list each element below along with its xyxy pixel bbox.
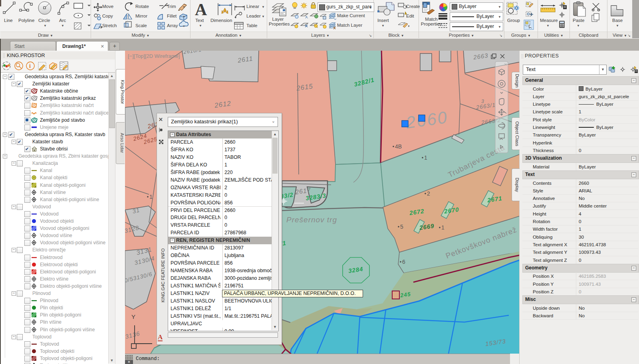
svg-text:Prešernov trg: Prešernov trg [286, 216, 337, 224]
svg-text:Y: Y [131, 313, 135, 320]
svg-text:5: 5 [400, 224, 403, 230]
svg-text:1: 1 [424, 154, 427, 161]
svg-text:4B: 4B [395, 143, 402, 150]
svg-text:2: 2 [427, 190, 430, 197]
svg-text:6: 6 [402, 259, 405, 265]
svg-text:[−][Top][2D Wireframe]: [−][Top][2D Wireframe] [128, 53, 180, 59]
svg-text:i: i [29, 63, 31, 69]
svg-text:1: 1 [149, 194, 153, 200]
svg-text:1: 1 [441, 224, 445, 231]
svg-text:A: A [195, 0, 207, 19]
